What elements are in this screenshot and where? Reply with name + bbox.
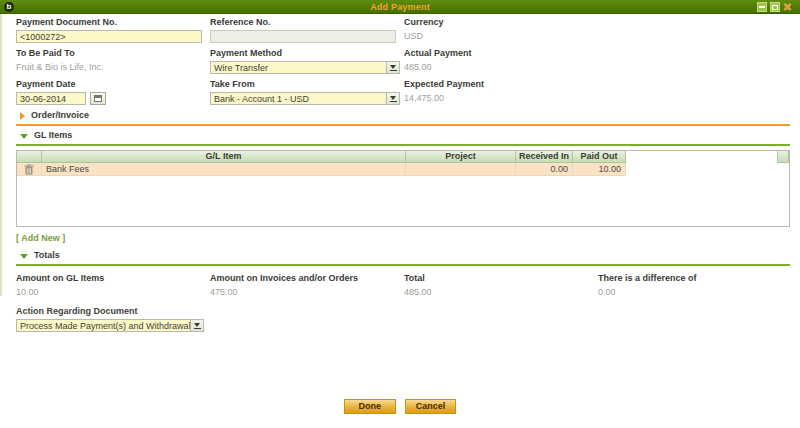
row-delete-cell[interactable] bbox=[17, 163, 42, 176]
field-payment-document-no: Payment Document No. bbox=[16, 17, 210, 43]
difference-value: 0.00 bbox=[598, 287, 790, 297]
col-header-received-in[interactable]: Received In bbox=[516, 151, 573, 163]
actual-payment-label: Actual Payment bbox=[404, 48, 598, 58]
form-row-2: To Be Paid To Fruit & Bio is Life, Inc. … bbox=[16, 48, 790, 74]
amount-invoices-label: Amount on Invoices and/or Orders bbox=[210, 273, 404, 283]
expand-icon bbox=[20, 112, 25, 120]
section-totals[interactable]: Totals bbox=[16, 250, 790, 262]
gl-items-table: G/L Item Project Received In Paid Out bbox=[16, 150, 790, 227]
done-button[interactable]: Done bbox=[344, 399, 396, 414]
col-header-actions bbox=[17, 151, 42, 163]
section-order-invoice-label: Order/Invoice bbox=[31, 110, 89, 122]
cancel-button[interactable]: Cancel bbox=[405, 399, 457, 414]
window-title: Add Payment bbox=[0, 2, 800, 12]
take-from-value: Bank - Account 1 - USD bbox=[211, 94, 309, 104]
action-regarding-document-label: Action Regarding Document bbox=[16, 306, 790, 316]
to-be-paid-to-value: Fruit & Bio is Life, Inc. bbox=[16, 62, 210, 72]
amount-invoices-value: 475.00 bbox=[210, 287, 404, 297]
cell-project bbox=[406, 163, 516, 176]
total-amount-invoices: Amount on Invoices and/or Orders 475.00 bbox=[210, 273, 404, 297]
section-gl-items-label: GL Items bbox=[34, 130, 72, 142]
form-row-1: Payment Document No. Reference No. Curre… bbox=[16, 17, 790, 43]
payment-method-select[interactable]: Wire Transfer bbox=[210, 61, 400, 74]
field-payment-method: Payment Method Wire Transfer bbox=[210, 48, 404, 74]
take-from-select[interactable]: Bank - Account 1 - USD bbox=[210, 92, 400, 105]
field-currency: Currency USD bbox=[404, 17, 598, 43]
cell-received-in: 0.00 bbox=[516, 163, 573, 176]
payment-method-label: Payment Method bbox=[210, 48, 404, 58]
total-difference: There is a difference of 0.00 bbox=[598, 273, 790, 297]
total-total: Total 485.00 bbox=[404, 273, 598, 297]
amount-gl-items-value: 10.00 bbox=[16, 287, 210, 297]
expected-payment-label: Expected Payment bbox=[404, 79, 598, 89]
section-divider bbox=[16, 264, 790, 266]
currency-label: Currency bbox=[404, 17, 598, 27]
expected-payment-value: 14,475.00 bbox=[404, 93, 598, 103]
section-gl-items[interactable]: GL Items bbox=[16, 130, 790, 142]
footer-buttons: Done Cancel bbox=[0, 399, 800, 414]
gl-table-empty-area bbox=[17, 176, 789, 226]
payment-date-input[interactable] bbox=[16, 92, 86, 105]
col-header-gl-item[interactable]: G/L Item bbox=[42, 151, 406, 163]
dropdown-arrow-icon bbox=[386, 62, 399, 73]
reference-no-input[interactable] bbox=[210, 30, 396, 43]
payment-document-no-label: Payment Document No. bbox=[16, 17, 210, 27]
calendar-icon[interactable] bbox=[90, 92, 106, 105]
close-icon[interactable]: ✕ bbox=[783, 2, 792, 12]
take-from-label: Take From bbox=[210, 79, 404, 89]
field-to-be-paid-to: To Be Paid To Fruit & Bio is Life, Inc. bbox=[16, 48, 210, 74]
maximize-icon[interactable] bbox=[770, 2, 780, 12]
field-expected-payment: Expected Payment 14,475.00 bbox=[404, 79, 598, 105]
actual-payment-value: 485.00 bbox=[404, 62, 598, 72]
add-new-link[interactable]: [ Add New ] bbox=[16, 233, 65, 243]
field-action-regarding-document: Action Regarding Document Process Made P… bbox=[16, 306, 790, 332]
field-payment-date: Payment Date bbox=[16, 79, 210, 105]
collapse-icon bbox=[20, 134, 28, 139]
cell-paid-out: 10.00 bbox=[573, 163, 626, 176]
cell-gl-item: Bank Fees bbox=[42, 163, 406, 176]
dropdown-arrow-icon bbox=[386, 93, 399, 104]
total-value: 485.00 bbox=[404, 287, 598, 297]
field-reference-no: Reference No. bbox=[210, 17, 404, 43]
action-regarding-document-select[interactable]: Process Made Payment(s) and Withdrawal bbox=[16, 319, 204, 332]
section-divider bbox=[16, 144, 790, 146]
currency-value: USD bbox=[404, 31, 598, 41]
payment-document-no-input[interactable] bbox=[16, 30, 202, 43]
gl-table-header: G/L Item Project Received In Paid Out bbox=[17, 151, 789, 163]
difference-label: There is a difference of bbox=[598, 273, 790, 283]
amount-gl-items-label: Amount on GL Items bbox=[16, 273, 210, 283]
dropdown-arrow-icon bbox=[190, 320, 203, 331]
trash-icon[interactable] bbox=[24, 164, 34, 175]
gl-table-row[interactable]: Bank Fees 0.00 10.00 bbox=[17, 163, 789, 176]
total-label: Total bbox=[404, 273, 598, 283]
action-regarding-document-value: Process Made Payment(s) and Withdrawal bbox=[17, 321, 190, 331]
collapse-icon bbox=[20, 254, 28, 259]
section-order-invoice[interactable]: Order/Invoice bbox=[16, 110, 790, 122]
titlebar: b Add Payment ✕ bbox=[0, 0, 800, 14]
minimize-icon[interactable] bbox=[757, 2, 767, 12]
form-row-3: Payment Date Take From Bank - Account 1 … bbox=[16, 79, 790, 105]
dialog-body: Payment Document No. Reference No. Curre… bbox=[0, 14, 800, 332]
dialog-left-border bbox=[0, 14, 2, 296]
totals-row: Amount on GL Items 10.00 Amount on Invoi… bbox=[16, 273, 790, 297]
field-actual-payment: Actual Payment 485.00 bbox=[404, 48, 598, 74]
field-take-from: Take From Bank - Account 1 - USD bbox=[210, 79, 404, 105]
col-header-filler bbox=[626, 151, 777, 163]
section-totals-label: Totals bbox=[34, 250, 60, 262]
col-header-project[interactable]: Project bbox=[406, 151, 516, 163]
section-divider bbox=[16, 124, 790, 126]
total-amount-gl-items: Amount on GL Items 10.00 bbox=[16, 273, 210, 297]
window-controls: ✕ bbox=[757, 2, 792, 12]
to-be-paid-to-label: To Be Paid To bbox=[16, 48, 210, 58]
col-header-paid-out[interactable]: Paid Out bbox=[573, 151, 626, 163]
payment-date-label: Payment Date bbox=[16, 79, 210, 89]
reference-no-label: Reference No. bbox=[210, 17, 404, 27]
payment-method-value: Wire Transfer bbox=[211, 63, 268, 73]
table-scrollbar[interactable] bbox=[777, 151, 789, 163]
